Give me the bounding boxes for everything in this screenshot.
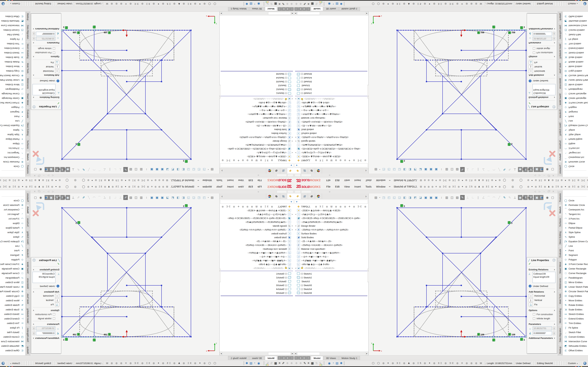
view-toolbar-icon[interactable]: ✎ xyxy=(460,195,465,200)
document-tab[interactable]: 3D Views xyxy=(249,7,265,11)
checkbox[interactable] xyxy=(53,317,55,320)
panel-tab[interactable] xyxy=(266,168,273,174)
tab-nav-button[interactable]: ◀ xyxy=(298,356,302,360)
motion-toolbar-icon[interactable]: ▤ xyxy=(336,2,338,6)
length-spinner[interactable]: ▲▼ xyxy=(33,326,35,330)
additional-parameters-header[interactable]: Additional Parameters ∨ xyxy=(527,27,557,31)
motion-toolbar-icon[interactable]: ∟ xyxy=(266,361,269,365)
selected-endpoint-marker[interactable] xyxy=(61,30,63,31)
sketch-tool-item[interactable]: ▣ Center Rectangle xyxy=(563,96,588,101)
tree-item[interactable]: ∟ ○ИN◦9◉◦♟◎○◦○◎♟◦9◦ИN○ xyxy=(220,262,293,266)
document-tab[interactable]: Motion Study 1 xyxy=(339,356,360,360)
add-relations-header[interactable]: Add Relations ∧ xyxy=(31,289,61,294)
collapsed-tab[interactable] xyxy=(295,174,301,177)
sketch-tool-item[interactable]: ▱ Parallelogram xyxy=(563,275,588,280)
view-toolbar-icon[interactable]: ◧ xyxy=(403,195,407,200)
view-toolbar-icon[interactable]: ▣ xyxy=(150,195,154,200)
angle-field[interactable]: 0.00000000° xyxy=(533,331,552,335)
panel-flyout-arrow[interactable]: › xyxy=(364,168,368,174)
sketch-tool-item[interactable]: ◩ Silhouette Entities xyxy=(0,344,25,348)
motion-toolbar-icon[interactable]: ❖ xyxy=(295,2,298,6)
tree-item[interactable]: ▸ A ○25ИN◎◦✛Α✛◎ИNΑ○◦○ΑИN◎✛Α✛◦◎ИN25○ xyxy=(295,228,368,232)
quick-access-toolbar-right[interactable]: ◎ ✦ ◎ ЗΞ ◎ ♟ ◎ Ξ5 ◎ ✦ ◎ ЗΞ ◎ ƆC ◎ ✛ ◎ ◎ … xyxy=(0,185,61,188)
view-toolbar-icon[interactable]: ∠ xyxy=(481,195,486,200)
panel-tab[interactable]: ❖ xyxy=(287,168,294,174)
view-toolbar-icon[interactable]: ◪ xyxy=(165,167,170,172)
view-toolbar-icon[interactable]: ◧ xyxy=(181,195,185,200)
options-header[interactable]: Options ∧ xyxy=(527,55,557,59)
checkbox[interactable] xyxy=(53,313,55,316)
ok-checkmark-icon[interactable]: ✓ xyxy=(527,262,557,266)
doc-close-button[interactable]: ✕ xyxy=(34,190,36,193)
sketch-tool-item[interactable]: ✂ Trim Entities xyxy=(563,321,588,325)
commandmanager-tab[interactable]: Direct Editing xyxy=(558,230,562,246)
additional-parameters-header[interactable]: Additional Parameters ∨ xyxy=(31,336,61,340)
view-toolbar-icon[interactable]: ◲ xyxy=(186,195,191,200)
tree-item[interactable]: ▱ ○✛ИN◎♟+○✳◉Ι○◦○Ι◉✳○+♟◎ИN✛○ xyxy=(220,112,293,116)
tree-item[interactable]: ≡ Material <not specified> xyxy=(295,247,368,251)
tree-filter[interactable]: ▼ xyxy=(294,200,368,204)
sketch-item[interactable]: (-) Sketch6 xyxy=(220,291,293,295)
sketch-tool-item[interactable]: ⌒ Centerpoint Arc xyxy=(0,155,25,160)
motion-toolbar-icon[interactable]: ◉ xyxy=(257,361,260,365)
sketch-tool-item[interactable]: ▪ Point xyxy=(563,114,588,119)
globe-icon[interactable] xyxy=(1,2,5,5)
view-toolbar-icon[interactable]: ▾ xyxy=(54,195,56,200)
commandmanager-tab[interactable]: Features xyxy=(26,163,30,175)
quick-access-toolbar-right[interactable]: ◎ ✦ ◎ ЗΞ ◎ ♟ ◎ Ξ5 ◎ ✦ ◎ ЗΞ ◎ ƆC ◎ ✛ ◎ ◎ … xyxy=(527,179,588,182)
sketch-tool-item[interactable]: ◝ Tangent Arc xyxy=(563,212,588,216)
existing-relations-header[interactable]: Existing Relations ∧ xyxy=(31,267,61,271)
sketch-tool-item[interactable]: ◇ Polygon xyxy=(563,257,588,262)
tree-item[interactable]: ∟ ○ИN◦9◉◦♟◎○◦○◎♟◦9◦ИN○ xyxy=(295,262,368,266)
sketch-item[interactable]: Sketch3 xyxy=(295,84,368,88)
motion-toolbar-icon[interactable]: ≡ xyxy=(308,361,309,365)
parameters-header[interactable]: Parameters ∧ xyxy=(527,41,557,45)
panel-tab[interactable]: ⊞ xyxy=(301,168,308,174)
panel-tab[interactable]: ⊕ xyxy=(308,168,315,174)
additional-parameters-header[interactable]: Additional Parameters ∨ xyxy=(31,27,61,31)
doc-close-button[interactable]: ✕ xyxy=(34,174,36,177)
expander-icon[interactable]: ▸ xyxy=(291,98,293,100)
pin-icon[interactable]: ✒ xyxy=(197,179,199,182)
tree-horizontal-scrollbar[interactable]: ◀ ▶ xyxy=(219,352,294,355)
doc-prev-icon[interactable]: ◁ xyxy=(52,174,54,177)
view-toolbar-icon[interactable]: ▣ xyxy=(160,195,164,200)
panel-flyout-arrow[interactable]: › xyxy=(220,193,224,199)
sketch-tool-item[interactable]: ○ Ellipse xyxy=(0,221,25,225)
relations-list[interactable]: Collinear108Equal length109 xyxy=(33,272,55,283)
sketch-item[interactable]: Sketch3 xyxy=(220,279,293,283)
view-toolbar-icon[interactable]: ✎ xyxy=(123,167,128,172)
menu-item[interactable]: Insert xyxy=(225,185,236,188)
tree-item[interactable]: ▣ Solid Bodies xyxy=(295,235,368,239)
panel-tab[interactable]: ⊕ xyxy=(273,168,280,174)
view-toolbar-icon[interactable]: ╱ xyxy=(497,167,501,172)
view-toolbar-icon[interactable]: ✎ xyxy=(123,195,128,200)
tree-item[interactable]: Σ ○25ИN◎◦✛ΑU¤3Ε○◦○3Ε¤UΑ✛◦◎ИN25○ xyxy=(220,243,293,247)
relation-item[interactable]: Equal length109 xyxy=(533,275,554,279)
sketch-tool-item[interactable]: ⊢ Extend Entities xyxy=(0,46,25,51)
sketch-tool-item[interactable]: ∫ Fit Spline xyxy=(0,37,25,42)
sketch-item[interactable]: (-) Sketch6 xyxy=(295,72,368,76)
sketch-tool-item[interactable]: + Move Entities xyxy=(0,298,25,303)
panel-tab[interactable]: ⊕ xyxy=(273,193,280,199)
motion-toolbar-icon[interactable]: ◔ xyxy=(254,2,256,6)
sketch-tool-item[interactable]: # Segment xyxy=(0,110,25,114)
commandmanager-tab[interactable]: Weldments xyxy=(558,76,562,91)
view-toolbar-icon[interactable]: ▣ xyxy=(535,167,539,172)
confirmation-corner[interactable] xyxy=(34,151,43,164)
sketch-tool-item[interactable]: ⋈ Intersection Curve xyxy=(0,339,25,344)
view-toolbar-icon[interactable]: ⊥ xyxy=(513,195,517,200)
motion-toolbar-icon[interactable]: ⇅ xyxy=(315,2,318,6)
view-toolbar-icon[interactable]: ◧ xyxy=(403,167,407,172)
length-spinner[interactable]: ▲▼ xyxy=(553,326,555,330)
tree-item[interactable]: Σ ○25ИN◎◦✛ΑU¤3Ε○◦○3Ε¤UΑ✛◦◎ИN25○ xyxy=(295,243,368,247)
help-icon[interactable]: ? xyxy=(33,259,35,262)
relation-button-icon[interactable]: | xyxy=(55,298,59,302)
relation-button-icon[interactable]: | xyxy=(55,65,59,69)
motion-toolbar-icon[interactable]: ◉ xyxy=(328,2,331,6)
view-toolbar-icon[interactable]: ▣ xyxy=(155,195,159,200)
tab-nav-button[interactable]: ⇤ xyxy=(294,7,298,11)
menu-item[interactable]: Tools xyxy=(214,179,225,182)
add-relation-row[interactable]: | Vertical xyxy=(31,298,61,302)
collapsed-tab[interactable] xyxy=(277,174,287,177)
